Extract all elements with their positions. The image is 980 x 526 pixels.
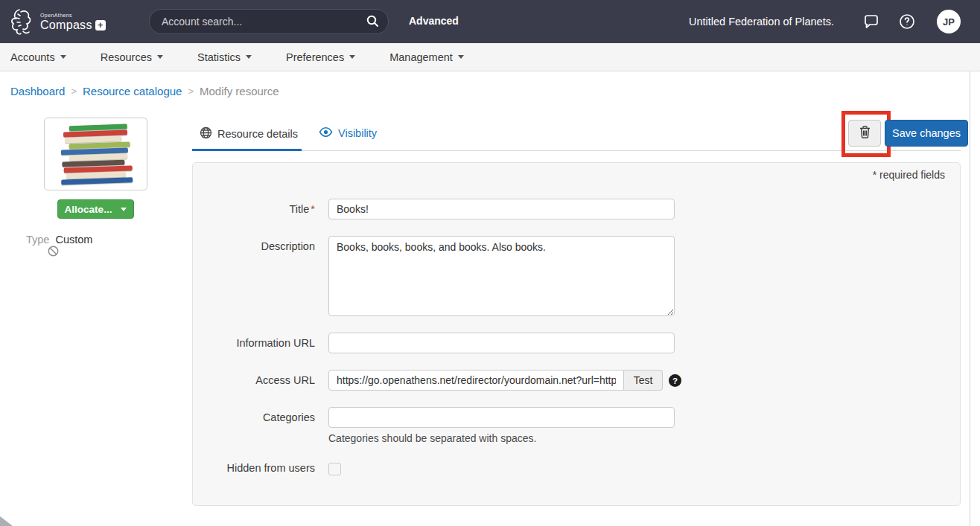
delete-resource-button[interactable]: [848, 120, 881, 147]
menu-statistics-label: Statistics: [197, 51, 241, 63]
plus-badge-icon: +: [95, 20, 106, 31]
globe-icon: [200, 126, 212, 141]
advanced-search-link[interactable]: Advanced: [409, 15, 459, 27]
allocate-button-label: Allocate...: [65, 204, 112, 215]
description-row: Description Books, books, books, and boo…: [193, 236, 960, 316]
test-url-button[interactable]: Test: [624, 370, 663, 391]
save-changes-button[interactable]: Save changes: [885, 120, 968, 147]
hidden-from-users-checkbox[interactable]: [328, 463, 341, 475]
menu-preferences-label: Preferences: [286, 51, 344, 63]
resource-form: Title* Description Books, books, books, …: [193, 199, 960, 492]
hidden-from-users-row: Hidden from users: [193, 459, 960, 475]
description-textarea[interactable]: Books, books, books, and books. Also boo…: [328, 236, 675, 316]
menu-accounts[interactable]: Accounts: [10, 51, 66, 63]
breadcrumb-dashboard[interactable]: Dashboard: [10, 85, 65, 97]
organisation-name: Untitled Federation of Planets.: [689, 16, 834, 28]
information-url-label: Information URL: [193, 333, 328, 349]
brand-compass-label: Compass: [40, 19, 92, 31]
breadcrumb-separator: >: [188, 86, 194, 97]
breadcrumb-separator: >: [71, 86, 77, 97]
breadcrumb: Dashboard > Resource catalogue > Modify …: [10, 85, 279, 97]
breadcrumb-resource-catalogue[interactable]: Resource catalogue: [83, 85, 182, 97]
brand-openathens-label: OpenAthens: [40, 13, 106, 18]
tab-visibility[interactable]: Visibility: [319, 126, 377, 140]
allocate-button[interactable]: Allocate...: [57, 199, 134, 219]
modify-resource-page: OpenAthens Compass + Advanced Untitled F…: [0, 0, 980, 526]
categories-help-text: Categories should be separated with spac…: [328, 432, 675, 444]
menu-accounts-label: Accounts: [10, 51, 55, 63]
description-label: Description: [193, 236, 328, 252]
tab-resource-details-label: Resource details: [217, 128, 298, 140]
brand-logo[interactable]: OpenAthens Compass +: [9, 7, 106, 36]
menu-management-label: Management: [389, 51, 453, 63]
categories-field: Categories should be separated with spac…: [328, 407, 675, 444]
required-asterisk: *: [311, 203, 315, 215]
cursor-artifact: [0, 516, 13, 526]
resource-type-row: Type Custom: [26, 234, 92, 246]
required-fields-note: * required fields: [873, 169, 945, 181]
tabs-divider: [192, 150, 961, 151]
title-row: Title*: [193, 199, 960, 219]
title-label: Title*: [193, 199, 328, 215]
active-tab-underline: [192, 149, 302, 151]
chevron-down-icon: [349, 55, 355, 59]
categories-input[interactable]: [328, 407, 675, 428]
logo-swirl-icon: [9, 7, 36, 36]
categories-label: Categories: [193, 407, 328, 423]
type-label: Type: [26, 234, 49, 246]
prohibited-icon: [48, 246, 59, 259]
access-url-row: Access URL Test ?: [193, 370, 960, 391]
help-icon[interactable]: [897, 11, 917, 32]
user-avatar[interactable]: JP: [937, 10, 961, 33]
account-search-input[interactable]: [162, 16, 366, 28]
type-value: Custom: [55, 234, 92, 246]
access-url-label: Access URL: [193, 370, 328, 386]
stack-of-books-image: [59, 123, 133, 185]
tab-visibility-label: Visibility: [338, 127, 377, 139]
menu-resources-label: Resources: [101, 51, 152, 63]
breadcrumb-modify-resource: Modify resource: [200, 85, 279, 97]
resource-details-panel: * required fields Title* Description Boo…: [192, 162, 961, 506]
brand-text: OpenAthens Compass +: [40, 13, 106, 31]
menu-management[interactable]: Management: [389, 51, 464, 63]
menu-statistics[interactable]: Statistics: [197, 51, 252, 63]
information-url-row: Information URL: [193, 333, 960, 353]
save-changes-label: Save changes: [892, 127, 961, 139]
hidden-from-users-label: Hidden from users: [193, 459, 328, 474]
title-input[interactable]: [328, 199, 675, 219]
tab-resource-details[interactable]: Resource details: [200, 126, 298, 141]
menu-resources[interactable]: Resources: [101, 51, 163, 63]
access-url-group: Test: [328, 370, 663, 391]
page-right-divider: [970, 71, 970, 526]
chevron-down-icon: [157, 55, 163, 59]
menu-preferences[interactable]: Preferences: [286, 51, 355, 63]
chevron-down-icon: [458, 55, 464, 59]
resource-thumbnail-card: [44, 118, 147, 190]
eye-icon: [319, 126, 333, 140]
trash-icon: [859, 125, 871, 141]
chevron-down-icon: [60, 55, 66, 59]
question-circle-icon[interactable]: ?: [669, 374, 681, 387]
search-icon[interactable]: [366, 14, 379, 30]
main-menu: Accounts Resources Statistics Preference…: [0, 43, 980, 71]
chat-icon[interactable]: [861, 11, 882, 32]
chevron-down-icon: [121, 208, 127, 211]
information-url-input[interactable]: [328, 333, 675, 353]
top-navbar: OpenAthens Compass + Advanced Untitled F…: [0, 0, 980, 43]
access-url-input[interactable]: [328, 370, 624, 391]
chevron-down-icon: [246, 55, 252, 59]
account-search-box: [149, 9, 389, 34]
categories-row: Categories Categories should be separate…: [193, 407, 960, 444]
